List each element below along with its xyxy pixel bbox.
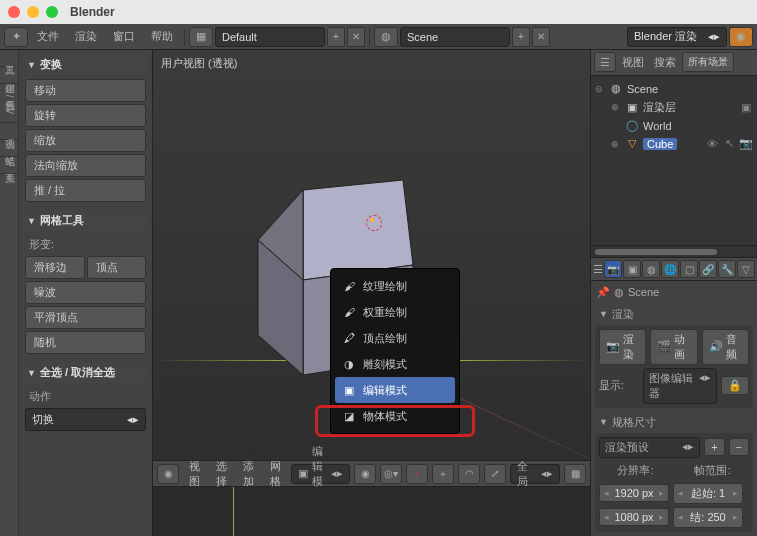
restrict-render-icon[interactable]: 📷 <box>739 137 753 151</box>
frame-end-field[interactable]: ◂结: 250▸ <box>673 507 743 528</box>
mode-object[interactable]: ◪物体模式 <box>335 403 455 429</box>
menu-render[interactable]: 渲染 <box>68 29 104 44</box>
editor-type-viewport-icon[interactable]: ◉ <box>157 464 179 484</box>
render-layer-toggle-icon[interactable]: ▣ <box>739 100 753 114</box>
expand-icon[interactable]: ⊕ <box>611 102 621 112</box>
outliner-editor-icon[interactable]: ☰ <box>594 52 616 72</box>
close-window-icon[interactable] <box>8 6 20 18</box>
scene-add-button[interactable]: + <box>512 27 530 47</box>
scene-icon[interactable]: ◍ <box>374 27 398 47</box>
layout-add-button[interactable]: + <box>327 27 345 47</box>
mode-vertex-paint[interactable]: 🖍顶点绘制 <box>335 325 455 351</box>
vp-menu-view[interactable]: 视图 <box>183 459 206 489</box>
outliner-filter-dropdown[interactable]: 所有场景 <box>682 52 734 72</box>
edge-slide-button[interactable]: 滑移边 <box>25 256 85 279</box>
zoom-window-icon[interactable] <box>46 6 58 18</box>
vp-menu-add[interactable]: 添加 <box>237 459 260 489</box>
scene-remove-button[interactable]: ✕ <box>532 27 550 47</box>
panel-render-header[interactable]: ▼ 渲染 <box>595 304 753 325</box>
layers-icon[interactable]: ▦ <box>564 464 586 484</box>
layout-remove-button[interactable]: ✕ <box>347 27 365 47</box>
panel-meshtools-header[interactable]: ▼ 网格工具 <box>23 210 148 231</box>
resolution-y-field[interactable]: ◂1080 px▸ <box>599 508 669 526</box>
vp-menu-mesh[interactable]: 网格 <box>264 459 287 489</box>
lock-icon[interactable]: 🔒 <box>721 376 749 395</box>
preset-add-button[interactable]: + <box>704 438 724 456</box>
vertex-button[interactable]: 顶点 <box>87 256 147 279</box>
editor-type-icon[interactable]: ✦ <box>4 27 28 47</box>
scene-dropdown[interactable]: Scene <box>400 27 510 47</box>
axis-z-icon[interactable]: ⤢ <box>484 464 506 484</box>
noise-button[interactable]: 噪波 <box>25 281 146 304</box>
tab-relations[interactable]: 关系 <box>0 157 18 174</box>
vp-menu-select[interactable]: 选择 <box>210 459 233 489</box>
restrict-select-icon[interactable]: ↖ <box>722 137 736 151</box>
panel-select-header[interactable]: ▼ 全选 / 取消全选 <box>23 362 148 383</box>
pivot-icon[interactable]: ◎▾ <box>380 464 402 484</box>
preset-remove-button[interactable]: − <box>729 438 749 456</box>
tree-scene[interactable]: ⊖ ◍ Scene <box>595 80 753 98</box>
mode-texture-paint[interactable]: 🖌纹理绘制 <box>335 273 455 299</box>
axis-arc-icon[interactable]: ◠ <box>458 464 480 484</box>
tab-world-icon[interactable]: 🌐 <box>661 260 679 278</box>
random-button[interactable]: 随机 <box>25 331 146 354</box>
props-editor-icon[interactable]: ☰ <box>593 263 603 276</box>
normal-scale-button[interactable]: 法向缩放 <box>25 154 146 177</box>
resolution-x-field[interactable]: ◂1920 px▸ <box>599 484 669 502</box>
tab-constraints-icon[interactable]: 🔗 <box>699 260 717 278</box>
rotate-button[interactable]: 旋转 <box>25 104 146 127</box>
frame-start-field[interactable]: ◂起始: 1▸ <box>673 483 743 504</box>
tab-tools[interactable]: 工具 <box>0 50 18 67</box>
select-action-dropdown[interactable]: 切换◂▸ <box>25 408 146 431</box>
menu-file[interactable]: 文件 <box>30 29 66 44</box>
menu-window[interactable]: 窗口 <box>106 29 142 44</box>
smooth-vertex-button[interactable]: 平滑顶点 <box>25 306 146 329</box>
tab-options[interactable]: 选项 <box>0 123 18 140</box>
restrict-view-icon[interactable]: 👁 <box>705 137 719 151</box>
timeline-track[interactable] <box>153 487 590 536</box>
mode-sculpt[interactable]: ◑雕刻模式 <box>335 351 455 377</box>
tab-renderlayers-icon[interactable]: ▣ <box>623 260 641 278</box>
panel-dimensions-header[interactable]: ▼ 规格尺寸 <box>595 412 753 433</box>
orientation-dropdown[interactable]: 全局◂▸ <box>510 464 560 484</box>
scale-button[interactable]: 缩放 <box>25 129 146 152</box>
tab-grease[interactable]: 蜡笔 <box>0 140 18 157</box>
tree-cube[interactable]: ⊕ ▽ Cube 👁 ↖ 📷 <box>595 135 753 153</box>
tab-modifiers-icon[interactable]: 🔧 <box>718 260 736 278</box>
minimize-window-icon[interactable] <box>27 6 39 18</box>
tab-object-icon[interactable]: ▢ <box>680 260 698 278</box>
render-button[interactable]: 📷渲染 <box>599 329 646 365</box>
panel-transform-header[interactable]: ▼ 变换 <box>23 54 148 75</box>
translate-button[interactable]: 移动 <box>25 79 146 102</box>
tab-scene-icon[interactable]: ◍ <box>642 260 660 278</box>
tab-render-icon[interactable]: 📷 <box>604 260 622 278</box>
timeline-cursor[interactable] <box>233 487 234 536</box>
pin-icon[interactable]: 📌 <box>596 286 610 299</box>
outliner-scrollbar[interactable] <box>591 245 757 257</box>
shading-icon[interactable]: ◉ <box>354 464 376 484</box>
render-preset-dropdown[interactable]: 渲染预设◂▸ <box>599 437 700 458</box>
push-pull-button[interactable]: 推 / 拉 <box>25 179 146 202</box>
audio-button[interactable]: 🔊音频 <box>702 329 749 365</box>
expand-icon[interactable]: ⊕ <box>611 139 621 149</box>
tree-world[interactable]: ◯ World <box>595 117 753 135</box>
animation-button[interactable]: 🎬动画 <box>650 329 697 365</box>
outliner-search-menu[interactable]: 搜索 <box>650 55 680 70</box>
manipulator-icon[interactable]: ↕ <box>406 464 428 484</box>
blender-logo-icon[interactable]: ◉ <box>729 27 753 47</box>
mode-dropdown[interactable]: ▣ 编辑模式 ◂▸ <box>291 464 350 484</box>
tab-data-icon[interactable]: ▽ <box>737 260 755 278</box>
display-dropdown[interactable]: 图像编辑器◂▸ <box>643 368 717 404</box>
tab-shading[interactable]: 着色 / UV <box>0 84 18 123</box>
outliner-view-menu[interactable]: 视图 <box>618 55 648 70</box>
engine-dropdown[interactable]: Blender 渲染◂▸ <box>627 27 727 47</box>
tab-create[interactable]: 创建 <box>0 67 18 84</box>
tree-renderlayers[interactable]: ⊕ ▣ 渲染层 ▣ <box>595 98 753 117</box>
3d-viewport[interactable]: 用户视图 (透视) 🖌纹理绘制 🖌权重绘制 <box>153 50 590 460</box>
layout-icon[interactable]: ▦ <box>189 27 213 47</box>
axis-x-icon[interactable]: ＋ <box>432 464 454 484</box>
layout-dropdown[interactable]: Default <box>215 27 325 47</box>
expand-icon[interactable]: ⊖ <box>595 84 605 94</box>
mode-weight-paint[interactable]: 🖌权重绘制 <box>335 299 455 325</box>
menu-help[interactable]: 帮助 <box>144 29 180 44</box>
